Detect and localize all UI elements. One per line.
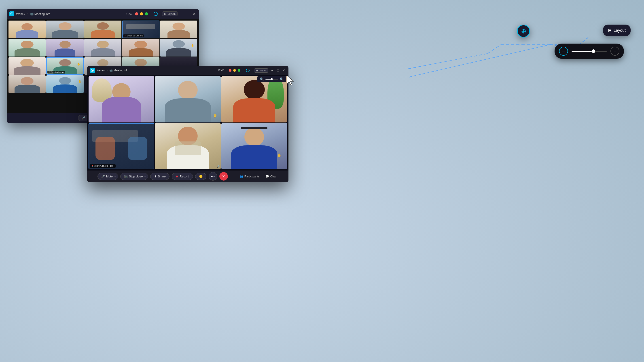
video-cell-2-5[interactable]: 🎤 [155,123,221,169]
minus-icon: − [562,48,565,54]
video-cell-4-2[interactable]: ✋ [46,75,84,93]
video-cell-2-2[interactable] [46,39,84,56]
minimize-btn-1[interactable]: − [179,12,184,16]
close-btn-2[interactable]: ✕ [282,68,286,72]
app-name-2: Webex [96,69,105,72]
mute-icon-2: 🎤 [101,175,105,178]
record-btn-2[interactable]: ⏺ Record [172,173,193,180]
time-1: 12:40 [126,12,133,16]
stop-video-icon-2: 📷 [124,175,128,178]
stop-video-arrow-2: ▾ [144,175,146,178]
jessica-label: 🎤 Jessica Larson [48,71,65,73]
video-cell-4-1[interactable] [8,75,46,93]
more-icon-2: ••• [211,174,215,178]
zoom-minus-w2[interactable]: 🔍 [260,77,264,81]
reactions-btn-2[interactable]: 😊 [195,173,206,180]
minimize-btn-2[interactable]: − [270,68,274,72]
webex-icon-1 [10,11,14,16]
layout-icon-2: ⊞ [256,69,258,72]
mute-icon-1: 🎤 [82,116,85,120]
maximize-btn-1[interactable]: □ [186,12,190,16]
no-video-icon-5: 🎤 [216,165,220,168]
end-call-icon-2: ✕ [222,174,225,179]
dot-green-2 [238,69,240,72]
separator-2: • [107,69,108,72]
app-name-1: Webex [16,12,25,16]
titlebar-2: Webex • 📹 Meeting info 12:40 ⊞ Layout − … [87,66,288,75]
meeting-info-title-2[interactable]: 📹 Meeting info [109,69,128,72]
video-cell-2-3[interactable] [222,76,287,122]
video-cell-3-2[interactable]: ✋ 🎤 Jessica Larson [46,57,84,75]
video-cell-2-4[interactable]: 📍 SHN7-16-OFFICE [88,123,154,169]
chat-icon-2: 💬 [266,175,269,178]
video-cell-2-2[interactable]: ✋ [155,76,221,122]
video-cell-2-4[interactable] [122,39,159,56]
video-cell-1-4[interactable]: 📍 SHN7-16-OFFICE [122,20,159,38]
video-cell-1-3[interactable] [84,20,122,38]
video-cell-3-1[interactable] [8,57,46,75]
zoom-bar-large: − + [554,43,624,59]
maximize-btn-2[interactable]: □ [276,68,280,72]
titlebar-1: Webex • 📹 Meeting info 12:40 ⊞ Layout − … [7,9,199,19]
video-cell-2-5[interactable]: ✋ [160,39,197,56]
zoom-plus-btn-large[interactable]: + [610,47,620,56]
dot-yellow-2 [233,69,236,72]
participants-icon-2: 👥 [240,175,243,178]
end-call-btn-2[interactable]: ✕ [219,172,228,181]
video-cell-2-6[interactable]: ✋ [222,123,287,169]
window-2: Webex • 📹 Meeting info 12:40 ⊞ Layout − … [87,66,288,182]
share-icon-2: ⬆ [154,175,156,178]
video-cell-2-1[interactable] [88,76,154,122]
video-cell-2-1[interactable] [8,39,46,56]
zoom-trigger-2[interactable] [246,69,250,72]
zoom-trigger-1[interactable] [154,12,158,16]
share-btn-2[interactable]: ⬆ Share [150,173,170,180]
video-cell-1-2[interactable] [46,20,84,38]
reactions-icon-2: 😊 [199,175,202,178]
video-cell-1-5[interactable] [160,20,197,38]
participants-btn-2[interactable]: 👥 Participants [238,175,262,178]
video-cell-1-1[interactable] [8,20,46,38]
zoom-minus-btn-large[interactable]: − [559,47,568,56]
layout-btn-2[interactable]: ⊞ Layout [254,68,268,73]
time-2: 12:40 [218,69,224,72]
close-btn-1[interactable]: ✕ [192,12,196,16]
plus-icon-large: + [614,48,616,54]
layout-btn-1[interactable]: ⊞ Layout [162,11,178,16]
layout-btn-large[interactable]: ⊞ Layout [603,24,630,36]
toolbar-2: 🎤 Mute ▾ 📷 Stop video ▾ ⬆ Share ⏺ Record… [87,170,288,182]
stop-video-btn-2[interactable]: 📷 Stop video ▾ [120,173,148,180]
video-grid-2: ✋ 📍 SHN7-16-OFFICE [87,75,288,170]
chat-btn-2[interactable]: 💬 Chat [264,175,278,178]
cell-label-office-1: 📍 SHN7-16-OFFICE [123,34,144,37]
webex-icon-2 [90,68,95,73]
video-cell-2-3[interactable] [84,39,122,56]
cell-label-office-2: 📍 SHN7-16-OFFICE [90,164,116,168]
record-icon-2: ⏺ [176,175,178,178]
more-btn-2[interactable]: ••• [209,172,217,181]
separator-1: • [27,12,28,16]
zoom-plus-w2[interactable]: 🔍 [280,77,284,81]
plus-icon: ⊕ [521,27,526,35]
zoom-slider-track[interactable] [572,51,607,52]
record-dot-1[interactable] [135,12,138,15]
layout-grid-icon: ⊞ [608,28,612,33]
mute-arrow-2: ▾ [114,175,116,178]
meeting-info-title-1[interactable]: 📹 Meeting info [30,12,50,16]
dot-green-1 [145,12,148,15]
dot-yellow-1 [140,12,143,15]
zoom-plus-circle-btn[interactable]: ⊕ [517,24,530,37]
record-dot-2[interactable] [229,69,232,72]
layout-icon-1: ⊞ [164,12,166,15]
zoom-bar-w2: 🔍 🔍 [257,76,286,82]
mute-btn-2[interactable]: 🎤 Mute ▾ [98,173,118,180]
